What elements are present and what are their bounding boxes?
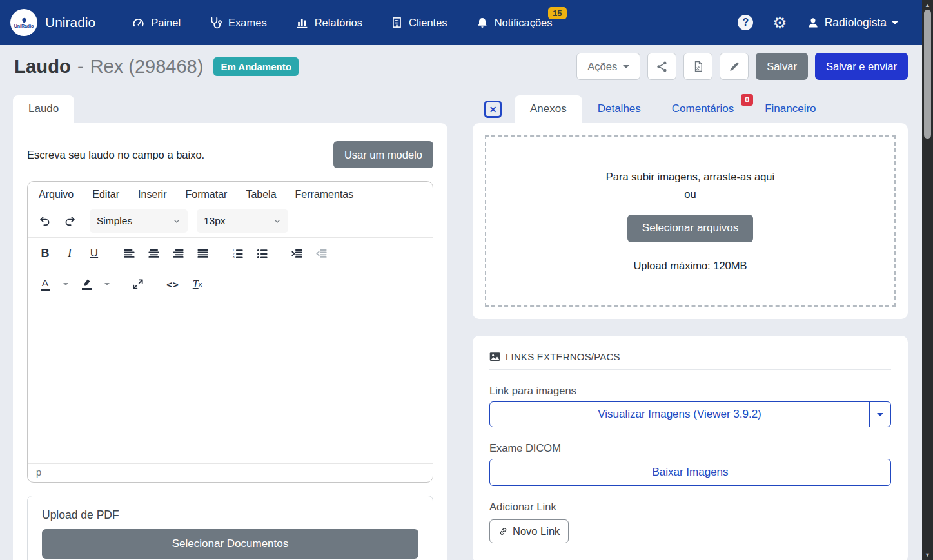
nav-item-clientes[interactable]: Clientes [391, 16, 447, 29]
caret-down-icon [623, 65, 629, 72]
vertical-scrollbar[interactable]: ▲ ▼ [922, 0, 933, 560]
save-send-button[interactable]: Salvar e enviar [815, 53, 908, 80]
tab-detalhes[interactable]: Detalhes [582, 95, 656, 123]
underline-button[interactable]: U [83, 242, 105, 264]
menu-tabela[interactable]: Tabela [246, 189, 276, 200]
viewer-split-button[interactable]: Visualizar Imagens (Viewer 3.9.2) [489, 401, 891, 427]
logo-text: UniRadio [14, 24, 34, 28]
viewer-dropdown-toggle[interactable] [869, 402, 890, 427]
scroll-down-icon[interactable]: ▼ [922, 550, 933, 560]
nav-item-notificacoes[interactable]: Notificações 15 [476, 16, 553, 30]
pdf-button[interactable] [683, 53, 712, 80]
select-files-button[interactable]: Selecionar arquivos [627, 215, 753, 242]
menu-arquivo[interactable]: Arquivo [39, 189, 74, 200]
indent-button[interactable] [286, 242, 308, 264]
tab-comentarios-label: Comentários [672, 102, 734, 115]
download-images-button[interactable]: Baixar Imagens [489, 459, 891, 486]
text-color-button[interactable]: A [34, 273, 56, 295]
notifications-count-badge: 15 [548, 7, 566, 20]
highlight-color-button[interactable] [75, 273, 97, 295]
nav-label: Relatórios [315, 17, 362, 29]
stethoscope-icon [209, 16, 222, 30]
undo-icon [39, 215, 52, 227]
outdent-icon [315, 247, 328, 260]
scroll-up-icon[interactable]: ▲ [922, 0, 933, 10]
edit-button[interactable] [720, 53, 749, 80]
new-link-button[interactable]: Novo Link [489, 519, 569, 543]
viewer-button-label[interactable]: Visualizar Imagens (Viewer 3.9.2) [490, 402, 869, 427]
brand-name: Uniradio [45, 15, 95, 30]
gear-icon[interactable]: ⚙ [772, 15, 787, 31]
highlight-color-caret[interactable] [100, 273, 114, 295]
color-group: A [34, 273, 114, 295]
menu-editar[interactable]: Editar [92, 189, 119, 200]
editor-toolbar-row2: B I U [28, 238, 433, 269]
report-tab-row: Laudo [13, 95, 447, 123]
help-icon[interactable]: ? [738, 15, 753, 30]
nav-item-painel[interactable]: Painel [132, 17, 181, 29]
align-justify-icon [196, 247, 210, 260]
align-justify-button[interactable] [192, 242, 213, 264]
italic-button[interactable]: I [59, 242, 81, 264]
align-center-button[interactable] [142, 242, 164, 264]
use-template-button[interactable]: Usar um modelo [333, 141, 433, 168]
share-button[interactable] [647, 53, 676, 80]
nav-item-exames[interactable]: Exames [209, 16, 267, 30]
image-dropzone[interactable]: Para subir imagens, arraste-as aqui ou S… [485, 135, 896, 307]
align-center-icon [147, 247, 161, 260]
outdent-button[interactable] [310, 242, 332, 264]
uniradio-logo: UniRadio [10, 9, 37, 36]
top-navbar: UniRadio Uniradio Painel Exames Relatóri… [0, 0, 933, 45]
brand[interactable]: UniRadio Uniradio [10, 9, 95, 36]
scrollbar-thumb[interactable] [924, 10, 931, 139]
exam-subject: Rex (298468) [90, 56, 204, 77]
tab-anexos[interactable]: Anexos [515, 95, 582, 123]
page-header: Laudo - Rex (298468) Em Andamento Ações … [0, 45, 933, 88]
text-color-bar [41, 289, 50, 291]
tab-comentarios[interactable]: Comentários 0 [656, 95, 749, 123]
acoes-dropdown-button[interactable]: Ações [576, 53, 640, 80]
status-badge: Em Andamento [213, 57, 298, 76]
bold-button[interactable]: B [34, 242, 56, 264]
rich-text-editor: Arquivo Editar Inserir Formatar Tabela F… [27, 181, 433, 483]
tab-laudo[interactable]: Laudo [13, 95, 74, 123]
title-separator: - [77, 56, 84, 77]
collapse-panel-icon[interactable]: ✕ [484, 101, 502, 118]
align-right-button[interactable] [167, 242, 189, 264]
share-icon [656, 61, 668, 73]
links-title-row: LINKS EXTERNOS/PACS [489, 351, 891, 362]
user-label: Radiologista [825, 16, 887, 30]
dicom-label: Exame DICOM [489, 442, 891, 454]
editor-content-area[interactable] [28, 300, 433, 463]
report-column: Laudo Escreva seu laudo no campo a baixo… [13, 95, 447, 560]
ordered-list-button[interactable]: 1 2 3 [226, 242, 248, 264]
select-documents-button[interactable]: Selecionar Documentos [42, 529, 418, 559]
indent-group [286, 242, 332, 264]
size-value: 13px [204, 215, 226, 227]
nav-item-relatorios[interactable]: Relatórios [295, 17, 362, 29]
header-actions: Ações Salvar Salvar e enviar [576, 53, 908, 80]
menu-inserir[interactable]: Inserir [138, 189, 166, 200]
nav-label: Clientes [409, 17, 447, 29]
external-links-card: LINKS EXTERNOS/PACS Link para imagens Vi… [473, 336, 908, 560]
menu-formatar[interactable]: Formatar [186, 189, 228, 200]
align-left-button[interactable] [118, 242, 140, 264]
undo-button[interactable] [34, 210, 56, 232]
shield-icon [21, 17, 27, 23]
paragraph-style-select[interactable]: Simples [90, 209, 188, 233]
redo-button[interactable] [59, 210, 81, 232]
user-menu[interactable]: Radiologista [807, 16, 898, 30]
text-color-caret[interactable] [59, 273, 73, 295]
fullscreen-button[interactable] [127, 273, 149, 295]
bullet-list-button[interactable] [251, 242, 273, 264]
clear-formatting-button[interactable]: Tx [186, 273, 208, 295]
caret-down-icon [892, 21, 898, 28]
editor-statusbar: p [28, 463, 433, 482]
tab-financeiro[interactable]: Financeiro [749, 95, 831, 123]
source-code-button[interactable]: <> [162, 273, 184, 295]
element-path[interactable]: p [36, 467, 41, 478]
clear-format-sub: x [199, 280, 202, 288]
menu-ferramentas[interactable]: Ferramentas [295, 189, 354, 200]
font-size-select[interactable]: 13px [197, 209, 288, 233]
save-button[interactable]: Salvar [756, 53, 808, 80]
